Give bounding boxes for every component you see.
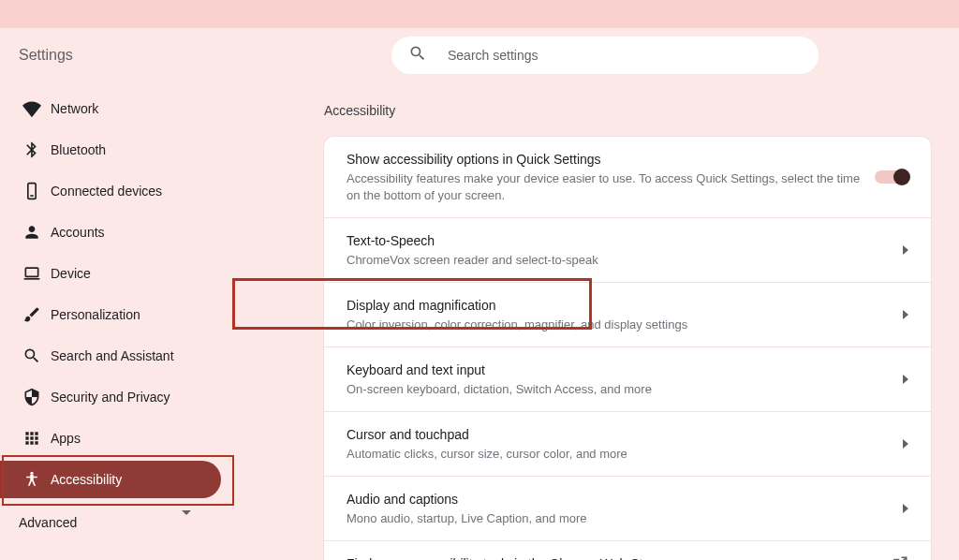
sidebar-item-connected-devices[interactable]: Connected devices bbox=[0, 172, 221, 210]
sidebar-item-label: Apps bbox=[51, 431, 81, 446]
row-title: Cursor and touchpad bbox=[347, 425, 903, 444]
row-text: Audio and captions Mono audio, startup, … bbox=[347, 490, 903, 527]
body: Network Bluetooth Connected devices Acco… bbox=[0, 82, 959, 560]
row-title: Audio and captions bbox=[347, 490, 903, 508]
toggle-thumb bbox=[893, 169, 910, 185]
external-link-icon bbox=[892, 555, 908, 560]
sidebar-item-label: Connected devices bbox=[51, 184, 162, 199]
settings-card: Show accessibility options in Quick Sett… bbox=[324, 137, 931, 560]
toggle-quick-settings[interactable] bbox=[875, 169, 908, 184]
sidebar-item-bluetooth[interactable]: Bluetooth bbox=[0, 131, 221, 169]
bluetooth-icon bbox=[22, 140, 51, 159]
row-sub: Accessibility features make your device … bbox=[347, 170, 875, 204]
row-display-magnification[interactable]: Display and magnification Color inversio… bbox=[324, 283, 931, 347]
person-icon bbox=[22, 223, 51, 242]
phone-icon bbox=[22, 182, 51, 200]
chevron-right-icon bbox=[903, 504, 908, 513]
sidebar-item-label: Bluetooth bbox=[51, 142, 106, 157]
sidebar-item-apps[interactable]: Apps bbox=[0, 420, 221, 457]
svg-point-4 bbox=[30, 472, 33, 475]
row-cursor-touchpad[interactable]: Cursor and touchpad Automatic clicks, cu… bbox=[324, 412, 931, 477]
row-audio-captions[interactable]: Audio and captions Mono audio, startup, … bbox=[324, 477, 931, 541]
row-text: Show accessibility options in Quick Sett… bbox=[347, 150, 875, 204]
row-title: Text-to-Speech bbox=[347, 231, 903, 250]
sidebar: Network Bluetooth Connected devices Acco… bbox=[0, 82, 243, 560]
row-sub: Automatic clicks, cursor size, cursor co… bbox=[347, 446, 903, 463]
sidebar-advanced[interactable]: Advanced bbox=[0, 504, 243, 541]
sidebar-item-label: Device bbox=[51, 266, 91, 281]
sidebar-item-label: Network bbox=[51, 101, 98, 116]
chevron-right-icon bbox=[903, 245, 908, 255]
row-text: Cursor and touchpad Automatic clicks, cu… bbox=[347, 425, 903, 463]
row-title: Show accessibility options in Quick Sett… bbox=[347, 150, 875, 169]
row-sub: Mono audio, startup, Live Caption, and m… bbox=[347, 510, 903, 527]
sidebar-item-accessibility[interactable]: Accessibility bbox=[0, 461, 221, 498]
page-title: Settings bbox=[19, 47, 73, 64]
sidebar-item-label: Accessibility bbox=[51, 472, 122, 487]
row-keyboard-text[interactable]: Keyboard and text input On-screen keyboa… bbox=[324, 347, 931, 412]
wifi-icon bbox=[22, 99, 51, 118]
main-content: Accessibility Show accessibility options… bbox=[243, 82, 959, 560]
header: Settings bbox=[0, 28, 959, 82]
row-text: Find more accessibility tools in the Chr… bbox=[347, 554, 892, 560]
search-wrap bbox=[391, 37, 819, 74]
row-title: Display and magnification bbox=[347, 296, 903, 315]
chevron-right-icon bbox=[903, 375, 908, 384]
section-title: Accessibility bbox=[324, 103, 931, 118]
row-text-to-speech[interactable]: Text-to-Speech ChromeVox screen reader a… bbox=[324, 218, 931, 283]
sidebar-item-accounts[interactable]: Accounts bbox=[0, 214, 221, 251]
apps-icon bbox=[22, 429, 51, 448]
row-sub: ChromeVox screen reader and select-to-sp… bbox=[347, 252, 903, 269]
chevron-right-icon bbox=[903, 310, 908, 319]
search-box[interactable] bbox=[391, 37, 819, 74]
laptop-icon bbox=[22, 264, 51, 283]
sidebar-item-label: Security and Privacy bbox=[51, 390, 170, 405]
row-action bbox=[875, 169, 908, 184]
sidebar-item-label: Accounts bbox=[51, 225, 105, 240]
shield-icon bbox=[22, 388, 51, 406]
search-icon bbox=[22, 346, 51, 365]
chevron-down-icon bbox=[182, 515, 191, 530]
row-text: Keyboard and text input On-screen keyboa… bbox=[347, 361, 903, 398]
row-text: Text-to-Speech ChromeVox screen reader a… bbox=[347, 231, 903, 269]
chevron-right-icon bbox=[903, 439, 908, 449]
row-title: Find more accessibility tools in the Chr… bbox=[347, 554, 892, 560]
row-title: Keyboard and text input bbox=[347, 361, 903, 379]
accessibility-icon bbox=[22, 470, 51, 489]
title-bar-strip bbox=[0, 0, 959, 28]
search-icon bbox=[408, 44, 427, 66]
brush-icon bbox=[22, 305, 51, 324]
row-chrome-web-store[interactable]: Find more accessibility tools in the Chr… bbox=[324, 541, 931, 560]
search-input[interactable] bbox=[448, 48, 802, 63]
sidebar-item-search-assistant[interactable]: Search and Assistant bbox=[0, 337, 221, 375]
sidebar-item-security-privacy[interactable]: Security and Privacy bbox=[0, 378, 221, 416]
advanced-label: Advanced bbox=[19, 515, 182, 530]
sidebar-item-label: Personalization bbox=[51, 307, 140, 322]
row-quick-settings[interactable]: Show accessibility options in Quick Sett… bbox=[324, 137, 931, 218]
svg-rect-2 bbox=[25, 268, 37, 276]
sidebar-item-label: Search and Assistant bbox=[51, 348, 174, 363]
sidebar-item-network[interactable]: Network bbox=[0, 90, 221, 127]
row-sub: Color inversion, color correction, magni… bbox=[347, 317, 903, 333]
sidebar-item-personalization[interactable]: Personalization bbox=[0, 296, 221, 333]
row-sub: On-screen keyboard, dictation, Switch Ac… bbox=[347, 381, 903, 398]
row-text: Display and magnification Color inversio… bbox=[347, 296, 903, 333]
sidebar-item-device[interactable]: Device bbox=[0, 255, 221, 292]
